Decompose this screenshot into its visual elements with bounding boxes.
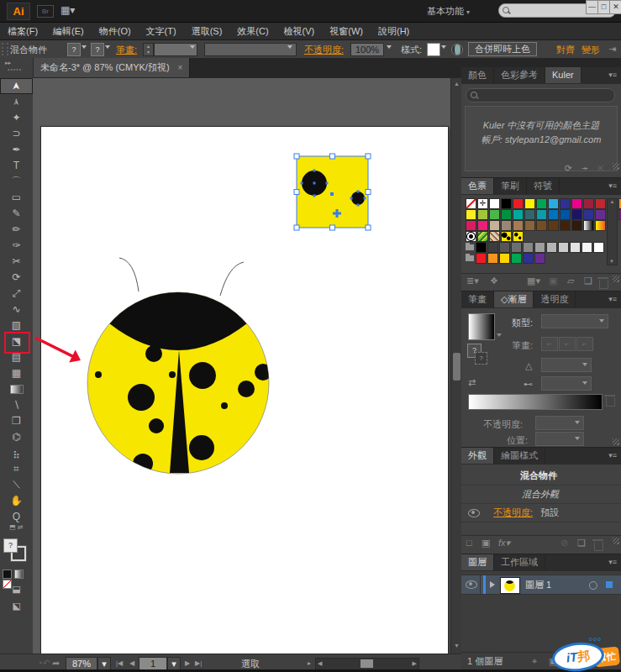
- layer-row[interactable]: 圖層 1: [461, 575, 621, 595]
- reverse-gradient-icon[interactable]: ⇄: [468, 377, 476, 388]
- swatch-scrollbar[interactable]: ▲▼: [607, 198, 618, 265]
- swatch[interactable]: [548, 198, 559, 209]
- resize-grip[interactable]: [613, 438, 619, 445]
- selection-handle[interactable]: [366, 225, 371, 230]
- minimize-button[interactable]: —: [586, 0, 598, 14]
- bridge-button[interactable]: Br: [37, 5, 54, 18]
- target-circle-icon[interactable]: [589, 581, 597, 590]
- zoom-dropdown-icon[interactable]: ▾: [97, 657, 111, 670]
- menu-檢視(V)[interactable]: 檢視(V): [276, 23, 323, 40]
- swatch[interactable]: [487, 242, 498, 253]
- menu-選取(S)[interactable]: 選取(S): [184, 23, 230, 40]
- eye-icon[interactable]: [468, 509, 480, 517]
- selection-handle[interactable]: [294, 154, 299, 159]
- tab-◇漸層[interactable]: ◇漸層: [494, 291, 534, 307]
- ladybug-antenna[interactable]: [220, 262, 244, 296]
- prev-artboard-icon[interactable]: ◀: [129, 659, 134, 667]
- pencil-tool[interactable]: ✏: [0, 222, 33, 238]
- swatch[interactable]: [523, 253, 534, 264]
- swatch-folder-icon[interactable]: [466, 242, 475, 251]
- layer-thumbnail[interactable]: [500, 577, 520, 594]
- swatch[interactable]: [501, 231, 512, 242]
- live-paint-bucket-tool[interactable]: ⬔: [0, 333, 33, 349]
- appearance-row-opacity[interactable]: 不透明度: 預設: [461, 503, 621, 522]
- swatch-folder-icon[interactable]: [466, 253, 475, 262]
- blob-brush-tool[interactable]: ✑: [0, 238, 33, 254]
- style-swatch[interactable]: [427, 43, 440, 56]
- paintbrush-tool[interactable]: ✎: [0, 206, 33, 222]
- color-group-icon[interactable]: ❖: [490, 276, 498, 286]
- slice-tool[interactable]: ⟍: [0, 477, 33, 493]
- swatch[interactable]: [548, 209, 559, 220]
- gradient-mode-button[interactable]: [14, 570, 24, 579]
- swatch[interactable]: [571, 209, 582, 220]
- duplicate-icon[interactable]: ❏: [577, 538, 586, 549]
- tab-繪圖樣式[interactable]: 繪圖樣式: [494, 448, 545, 464]
- tab-外觀[interactable]: 外觀: [461, 448, 494, 464]
- width-tool[interactable]: ∿: [0, 302, 33, 318]
- scale-tool[interactable]: ⤢: [0, 286, 33, 302]
- zoom-level[interactable]: 87%: [66, 657, 97, 670]
- ladybug-spot[interactable]: [145, 345, 162, 362]
- artwork-layer[interactable]: [33, 78, 450, 654]
- swatch[interactable]: [536, 198, 547, 209]
- anchor-point[interactable]: [313, 182, 316, 185]
- ladybug-spot[interactable]: [149, 418, 164, 433]
- new-swatch-icon[interactable]: ❏: [584, 276, 592, 286]
- swatch[interactable]: [511, 253, 522, 264]
- selection-handle[interactable]: [294, 190, 299, 195]
- selection-handle[interactable]: [366, 190, 371, 195]
- ladybug-antenna[interactable]: [119, 258, 139, 291]
- anchor-point[interactable]: [357, 191, 360, 193]
- tab-筆畫[interactable]: 筆畫: [461, 291, 494, 307]
- rotate-tool[interactable]: ⟳: [0, 270, 33, 286]
- stroke-panel-link[interactable]: 筆畫:: [116, 44, 137, 56]
- drawing-mode-button[interactable]: ⬓: [0, 584, 33, 595]
- selection-handle[interactable]: [294, 225, 299, 230]
- swatch[interactable]: [513, 220, 524, 231]
- ladybug-spot[interactable]: [189, 362, 216, 389]
- swatch[interactable]: [477, 231, 488, 242]
- transfer-icon[interactable]: ➛: [582, 163, 589, 174]
- swatch[interactable]: [476, 242, 487, 253]
- column-graph-tool[interactable]: ⣦: [0, 445, 33, 461]
- swatch[interactable]: [489, 231, 500, 242]
- color-mode-button[interactable]: [3, 570, 12, 579]
- swatch[interactable]: [582, 242, 592, 253]
- anchor-point[interactable]: [301, 182, 303, 185]
- scroll-down-icon[interactable]: ▼: [454, 643, 460, 648]
- type-tool[interactable]: T: [0, 158, 33, 174]
- scissors-tool[interactable]: ✂: [0, 254, 33, 270]
- tab-色彩參考[interactable]: 色彩參考: [494, 67, 545, 83]
- transform-panel-link[interactable]: 變形: [582, 44, 600, 56]
- maximize-button[interactable]: □: [597, 0, 610, 14]
- document-setup-icon[interactable]: [451, 44, 463, 55]
- swatch[interactable]: [595, 220, 606, 231]
- swatch[interactable]: [489, 209, 500, 220]
- swatch[interactable]: [466, 209, 476, 220]
- swatch[interactable]: [536, 209, 547, 220]
- gradient-thumbnail[interactable]: [468, 313, 495, 340]
- direct-selection-tool[interactable]: ➢: [0, 94, 33, 110]
- expand-triangle-icon[interactable]: [490, 581, 495, 588]
- fill-color-well[interactable]: ?: [67, 43, 81, 56]
- gradient-type-select[interactable]: [541, 314, 608, 328]
- swatch[interactable]: [487, 253, 498, 264]
- resize-grip[interactable]: [613, 276, 619, 282]
- panel-menu-icon[interactable]: ▾≡: [608, 295, 617, 303]
- resize-grip[interactable]: [613, 163, 619, 170]
- arrange-documents-icon[interactable]: ▦▾: [61, 4, 75, 16]
- swatch[interactable]: [501, 198, 512, 209]
- swatch[interactable]: [513, 209, 524, 220]
- square-small-dot[interactable]: [351, 192, 365, 205]
- scroll-right-icon[interactable]: ▶: [413, 660, 417, 667]
- horizontal-scrollbar[interactable]: ◀ ▶: [315, 658, 419, 670]
- artboard-dropdown-icon[interactable]: ▾: [167, 657, 181, 670]
- tab-顏色[interactable]: 顏色: [461, 67, 494, 83]
- swatch[interactable]: [501, 220, 512, 231]
- ladybug-spot[interactable]: [95, 371, 102, 378]
- new-effect-icon[interactable]: fx▾: [498, 538, 510, 549]
- close-button[interactable]: ✕: [609, 0, 621, 14]
- swatch[interactable]: [524, 220, 535, 231]
- ladybug-spot[interactable]: [169, 371, 176, 378]
